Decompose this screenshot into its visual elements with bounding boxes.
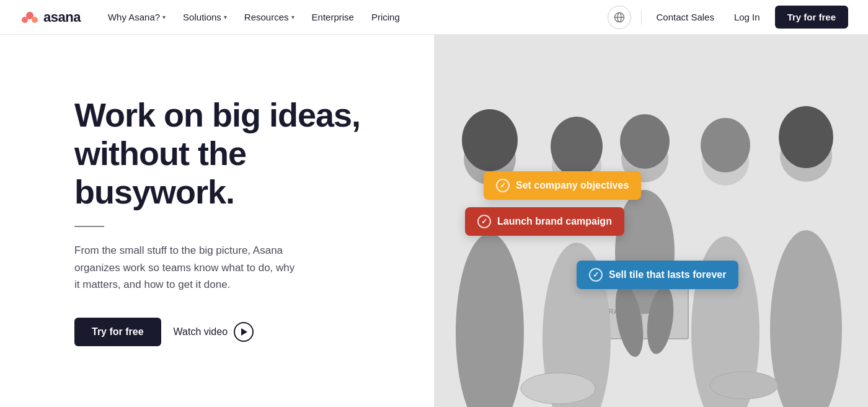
- play-icon: [234, 322, 254, 342]
- svg-point-29: [710, 372, 778, 399]
- globe-icon[interactable]: [608, 6, 631, 29]
- chevron-down-icon: ▾: [162, 14, 166, 20]
- logo-link[interactable]: asana: [20, 9, 81, 25]
- logo-icon: [20, 11, 40, 24]
- contact-sales-link[interactable]: Contact Sales: [652, 8, 719, 26]
- nav-try-free-button[interactable]: Try for free: [775, 6, 848, 29]
- nav-enterprise[interactable]: Enterprise: [304, 8, 361, 26]
- svg-point-27: [779, 106, 833, 168]
- hero-description: From the small stuff to the big picture,…: [74, 242, 298, 293]
- nav-resources[interactable]: Resources ▾: [237, 8, 302, 26]
- nav-solutions[interactable]: Solutions ▾: [175, 8, 234, 26]
- nav-divider: [641, 10, 642, 25]
- check-icon: ✓: [477, 215, 491, 228]
- check-icon: ✓: [589, 268, 603, 282]
- play-triangle-icon: [241, 328, 247, 336]
- task-card-objectives: ✓ Set company objectives: [484, 171, 641, 200]
- hero-divider: [74, 226, 104, 227]
- svg-point-24: [701, 118, 750, 172]
- task-card-tile: ✓ Sell tile that lasts forever: [577, 261, 738, 289]
- hero-title: Work on big ideas, without the busywork.: [74, 96, 384, 211]
- hero-try-free-button[interactable]: Try for free: [74, 318, 161, 346]
- main-container: Work on big ideas, without the busywork.…: [0, 35, 868, 407]
- svg-point-16: [551, 117, 603, 176]
- svg-point-19: [620, 114, 670, 169]
- hero-right-panel: FRAGILE: [434, 35, 868, 407]
- nav-pricing[interactable]: Pricing: [364, 8, 407, 26]
- task-card-campaign: ✓ Launch brand campaign: [465, 207, 624, 236]
- login-link[interactable]: Log In: [729, 8, 765, 26]
- svg-point-13: [462, 109, 518, 171]
- check-icon: ✓: [496, 179, 510, 192]
- watch-video-button[interactable]: Watch video: [174, 322, 254, 342]
- hero-actions: Try for free Watch video: [74, 318, 384, 346]
- chevron-down-icon: ▾: [224, 14, 227, 20]
- nav-links: Why Asana? ▾ Solutions ▾ Resources ▾ Ent…: [100, 8, 608, 26]
- svg-point-2: [32, 17, 38, 23]
- chevron-down-icon: ▾: [291, 14, 294, 20]
- nav-why-asana[interactable]: Why Asana? ▾: [100, 8, 173, 26]
- svg-point-1: [22, 17, 28, 23]
- logo-text: asana: [43, 9, 81, 25]
- nav-right: Contact Sales Log In Try for free: [608, 6, 848, 29]
- svg-point-28: [521, 373, 595, 404]
- navbar: asana Why Asana? ▾ Solutions ▾ Resources…: [0, 0, 868, 35]
- hero-left-panel: Work on big ideas, without the busywork.…: [0, 35, 434, 407]
